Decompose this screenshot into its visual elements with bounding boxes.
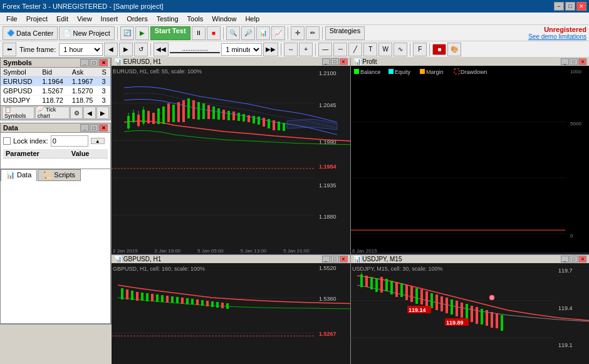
start-test-btn[interactable]: Start Test <box>150 26 190 40</box>
text-btn[interactable]: T <box>363 43 377 56</box>
play-btn[interactable]: ▶ <box>135 26 149 40</box>
svg-rect-138 <box>405 285 408 300</box>
svg-text:1.1880: 1.1880 <box>319 214 336 220</box>
svg-text:1000: 1000 <box>570 69 581 75</box>
stop-btn[interactable]: ■ <box>207 26 221 40</box>
usdjpy-min-btn[interactable]: _ <box>561 256 569 263</box>
data-min-btn[interactable]: _ <box>80 124 89 132</box>
close-btn[interactable]: ✕ <box>576 2 586 11</box>
symbols-header-btns[interactable]: _ □ ✕ <box>80 59 108 66</box>
fibo-btn[interactable]: F <box>413 43 427 56</box>
eurusd-min-btn[interactable]: _ <box>322 58 330 65</box>
eurusd-max-btn[interactable]: □ <box>331 58 339 65</box>
svg-rect-137 <box>400 283 403 297</box>
speed-down-btn[interactable]: ◀◀ <box>154 43 169 56</box>
sym-gbpusd-s: 3 <box>99 86 110 96</box>
tf-back-btn[interactable]: ◀ <box>104 43 118 56</box>
menu-view[interactable]: View <box>73 14 96 24</box>
eurusd-title-btns[interactable]: _ □ ✕ <box>322 58 348 65</box>
minimize-btn[interactable]: − <box>554 2 564 11</box>
window-controls[interactable]: − □ ✕ <box>554 2 586 11</box>
strategies-btn[interactable]: Strategies <box>325 26 365 40</box>
bg-btn[interactable]: 🎨 <box>447 43 461 56</box>
menu-tools[interactable]: Tools <box>184 14 207 24</box>
sym-close-btn[interactable]: ✕ <box>99 59 108 66</box>
tool1-btn[interactable]: ↔ <box>284 43 298 56</box>
tool2-btn[interactable]: + <box>299 43 313 56</box>
crosshair-btn[interactable]: ✛ <box>291 26 305 40</box>
tab-scripts[interactable]: 📜 Scripts <box>38 169 81 181</box>
data-content: Lock index: ▲ Parameter Value <box>1 133 110 169</box>
menu-project[interactable]: Project <box>23 14 51 24</box>
data-close-btn[interactable]: ✕ <box>99 124 108 132</box>
tab-data[interactable]: 📊 Data <box>1 169 37 181</box>
zoom-out-btn[interactable]: 🔎 <box>241 26 255 40</box>
profit-max-btn[interactable]: □ <box>570 58 578 65</box>
new-project-btn[interactable]: 📄 New Project <box>59 26 114 40</box>
lock-index-row: Lock index: ▲ <box>3 135 108 147</box>
hline-btn[interactable]: ─ <box>333 43 347 56</box>
back-btn[interactable]: ⬅ <box>3 43 16 56</box>
maximize-btn[interactable]: □ <box>565 2 575 11</box>
gbpusd-min-btn[interactable]: _ <box>322 256 330 263</box>
sym-max-btn[interactable]: □ <box>90 59 98 66</box>
menu-testing[interactable]: Testing <box>153 14 182 24</box>
profit-close-btn[interactable]: ✕ <box>578 58 586 65</box>
tf-forward-btn[interactable]: ▶ <box>119 43 133 56</box>
eurusd-canvas[interactable]: 1.2100 1.2045 1.1990 1.1984 1.1935 1.188… <box>112 66 350 252</box>
lock-index-checkbox[interactable] <box>3 137 11 145</box>
minute-select[interactable]: 1 minute 5 minutes <box>221 43 262 56</box>
draw-btn[interactable]: ✏ <box>306 26 320 40</box>
usdjpy-canvas[interactable]: USDJPY, M15, cell: 30, scale: 100% 119.7… <box>351 263 590 364</box>
lock-index-up[interactable]: ▲ <box>91 138 105 144</box>
menu-edit[interactable]: Edit <box>53 14 72 24</box>
sym-row-eurusd[interactable]: EURUSD 1.1964 1.1967 3 <box>1 77 110 86</box>
data-max-btn[interactable]: □ <box>90 124 98 132</box>
lock-index-input[interactable] <box>51 135 88 147</box>
indicator-btn[interactable]: 📈 <box>271 26 285 40</box>
sym-row-usdjpy[interactable]: USDJPY 118.72 118.75 3 <box>1 96 110 105</box>
pause-btn[interactable]: ⏸ <box>192 26 206 40</box>
gbpusd-canvas[interactable]: GBPUSD, H1, cell: 160, scale: 100% 1.552… <box>112 263 350 364</box>
sym-nav-left[interactable]: ◀ <box>83 107 96 119</box>
data-bottom-tabs[interactable]: 📊 Data 📜 Scripts <box>1 169 110 181</box>
timeframe-select[interactable]: 1 hour 4 hours 1 day <box>59 43 103 56</box>
menu-insert[interactable]: Insert <box>97 14 122 24</box>
tf-refresh-btn[interactable]: ↺ <box>134 43 148 56</box>
trendline-btn[interactable]: ╱ <box>348 43 362 56</box>
sym-min-btn[interactable]: _ <box>80 59 89 66</box>
chart-type-btn[interactable]: 📊 <box>256 26 270 40</box>
gbpusd-max-btn[interactable]: □ <box>331 256 339 263</box>
data-center-btn[interactable]: 🔷 Data Center <box>3 26 58 40</box>
cursor-btn[interactable]: W <box>378 43 392 56</box>
menu-window[interactable]: Window <box>208 14 240 24</box>
profit-canvas[interactable]: Balance Equity Margin Drawdown 1000 <box>351 66 590 252</box>
menu-orders[interactable]: Orders <box>123 14 152 24</box>
symbols-panel: Symbols _ □ ✕ Symbol Bid Ask S <box>0 58 111 120</box>
usdjpy-max-btn[interactable]: □ <box>570 256 578 263</box>
profit-min-btn[interactable]: _ <box>561 58 569 65</box>
sym-settings-btn[interactable]: ⚙ <box>70 107 83 119</box>
gbpusd-title-btns[interactable]: _ □ ✕ <box>322 256 348 263</box>
gbpusd-close-btn[interactable]: ✕ <box>340 256 348 263</box>
line-btn[interactable]: — <box>318 43 332 56</box>
sym-tab-symbols[interactable]: 📋 Symbols <box>2 107 34 119</box>
sym-nav-right[interactable]: ▶ <box>96 107 109 119</box>
usdjpy-close-btn[interactable]: ✕ <box>578 256 586 263</box>
speed-up-btn[interactable]: ▶▶ <box>263 43 278 56</box>
eurusd-chart-window: 📊 EURUSD, H1 _ □ ✕ <box>112 58 350 254</box>
menu-file[interactable]: File <box>3 14 21 24</box>
refresh-btn[interactable]: 🔄 <box>120 26 134 40</box>
eurusd-close-btn[interactable]: ✕ <box>340 58 348 65</box>
sym-tab-tick[interactable]: 📈 Tick chart <box>35 107 70 119</box>
usdjpy-title-btns[interactable]: _ □ ✕ <box>561 256 586 263</box>
menu-help[interactable]: Help <box>241 14 263 24</box>
data-header-btns[interactable]: _ □ ✕ <box>80 124 108 132</box>
demo-link[interactable]: See demo limitations <box>528 33 586 40</box>
sym-usdjpy-bid: 118.72 <box>39 96 70 105</box>
wave-btn[interactable]: ∿ <box>394 43 407 56</box>
profit-title-btns[interactable]: _ □ ✕ <box>561 58 586 65</box>
sym-row-gbpusd[interactable]: GBPUSD 1.5267 1.5270 3 <box>1 86 110 96</box>
color-btn[interactable]: ■ <box>432 44 446 55</box>
zoom-in-btn[interactable]: 🔍 <box>226 26 240 40</box>
